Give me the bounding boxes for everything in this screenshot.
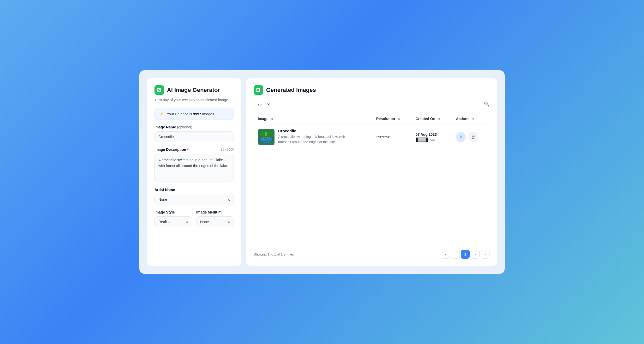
cell-image: Crocodile A crocodile swimming in a beau…	[254, 124, 372, 150]
image-medium-group: Image Medium None Oil Paint Watercolor D…	[196, 210, 234, 227]
svg-rect-4	[268, 131, 271, 137]
image-desc-label-row: Image Description * 86 / 3000	[154, 147, 234, 152]
image-name-label: Image Name (optional)	[154, 125, 192, 129]
page-prev-button[interactable]: ‹	[451, 250, 460, 259]
sort-icon-created[interactable]: ⇅	[438, 117, 440, 121]
char-count: 86 / 3000	[221, 148, 234, 151]
images-table: Image ⇅ Resolution ⇅ Created On ⇅ Acti	[254, 114, 490, 150]
artist-name-label: Artist Name	[154, 188, 234, 192]
required-star: *	[187, 147, 188, 152]
image-info: Crocodile A crocodile swimming in a beau…	[278, 129, 346, 144]
time-block: ▓▓▓▓	[416, 138, 428, 142]
image-description: A crocodile swimming in a beautiful lake…	[278, 134, 346, 144]
sort-icon-image[interactable]: ⇅	[271, 117, 273, 121]
delete-button[interactable]: 🗑	[468, 132, 478, 142]
cell-date: 07 Aug 2023 ▓▓▓▓ AM	[412, 124, 452, 150]
col-image: Image ⇅	[254, 114, 372, 124]
svg-rect-3	[260, 131, 264, 137]
per-page-select[interactable]: 25 50 100	[254, 100, 271, 108]
pagination: « ‹ 1 › »	[441, 250, 490, 259]
time-ampm: AM	[430, 138, 435, 142]
download-icon: ⬇	[459, 135, 463, 140]
image-medium-select-wrapper: None Oil Paint Watercolor Digital ∧	[196, 216, 234, 227]
page-last-button[interactable]: »	[481, 250, 490, 259]
svg-point-9	[267, 137, 268, 138]
table-row: Crocodile A crocodile swimming in a beau…	[254, 124, 490, 150]
cell-resolution: 256x256	[372, 124, 411, 150]
col-actions: Actions ⇅	[452, 114, 490, 124]
balance-box: ⚡ Your Balance is 9997 Images	[154, 108, 234, 120]
lightning-icon: ⚡	[159, 111, 164, 116]
time-row: ▓▓▓▓ AM	[416, 138, 448, 142]
right-header: 🖼 Generated Images	[254, 85, 490, 95]
image-desc-group: Image Description * 86 / 3000 A crocodil…	[154, 147, 234, 182]
panel-header: 🖼 AI Image Generator	[154, 85, 234, 95]
trash-icon: 🗑	[471, 135, 475, 139]
table-wrapper: Image ⇅ Resolution ⇅ Created On ⇅ Acti	[254, 114, 490, 240]
image-style-label: Image Style	[154, 210, 192, 214]
svg-point-7	[264, 137, 268, 139]
page-first-button[interactable]: «	[441, 250, 450, 259]
page-next-button[interactable]: ›	[471, 250, 480, 259]
main-container: 🖼 AI Image Generator Turn any of your te…	[139, 70, 505, 274]
style-medium-row: Image Style Realistic Abstract Cartoon S…	[154, 210, 234, 227]
image-name-label-row: Image Name (optional)	[154, 125, 234, 129]
image-name-input[interactable]	[154, 131, 234, 142]
app-icon: 🖼	[154, 85, 164, 95]
left-panel: 🖼 AI Image Generator Turn any of your te…	[147, 78, 241, 266]
sort-icon-actions[interactable]: ⇅	[472, 117, 474, 121]
col-created-on: Created On ⇅	[412, 114, 452, 124]
date-cell: 07 Aug 2023 ▓▓▓▓ AM	[416, 132, 448, 142]
right-panel: 🖼 Generated Images 25 50 100 🔍 Image	[246, 78, 497, 266]
image-desc-textarea[interactable]: A crocodile swimming in a beautiful lake…	[154, 154, 234, 182]
artist-name-select[interactable]: None Da Vinci Picasso Monet	[154, 194, 234, 205]
svg-rect-5	[265, 132, 267, 137]
image-desc-label: Image Description *	[154, 147, 189, 152]
image-style-group: Image Style Realistic Abstract Cartoon S…	[154, 210, 192, 227]
cell-actions: ⬇ 🗑	[452, 124, 490, 150]
optional-tag: (optional)	[177, 125, 192, 129]
actions-cell: ⬇ 🗑	[456, 132, 485, 142]
thumbnail-svg	[258, 129, 275, 145]
generated-title: Generated Images	[266, 87, 316, 93]
image-style-select-wrapper: Realistic Abstract Cartoon Sketch ∧	[154, 216, 192, 227]
app-title: AI Image Generator	[167, 87, 220, 93]
image-cell: Crocodile A crocodile swimming in a beau…	[258, 129, 368, 145]
search-button[interactable]: 🔍	[484, 101, 490, 107]
thumbnail-inner	[258, 129, 275, 145]
download-button[interactable]: ⬇	[456, 132, 466, 142]
generated-icon: 🖼	[254, 85, 263, 95]
table-controls: 25 50 100 🔍	[254, 100, 490, 108]
image-style-select[interactable]: Realistic Abstract Cartoon Sketch	[154, 216, 192, 227]
table-body: Crocodile A crocodile swimming in a beau…	[254, 124, 490, 150]
table-head: Image ⇅ Resolution ⇅ Created On ⇅ Acti	[254, 114, 490, 124]
table-footer: Showing 1 to 1 of 1 entries « ‹ 1 › »	[254, 250, 490, 259]
app-subtitle: Turn any of your text into sophisticated…	[154, 97, 234, 103]
page-1-button[interactable]: 1	[461, 250, 470, 259]
sort-icon-resolution[interactable]: ⇅	[398, 117, 400, 121]
balance-text: Your Balance is 9997 Images	[167, 112, 214, 116]
col-resolution: Resolution ⇅	[372, 114, 411, 124]
artist-name-select-wrapper: None Da Vinci Picasso Monet ∧	[154, 194, 234, 205]
image-name: Crocodile	[278, 129, 346, 133]
table-header-row: Image ⇅ Resolution ⇅ Created On ⇅ Acti	[254, 114, 490, 124]
image-medium-label: Image Medium	[196, 210, 234, 214]
artist-name-group: Artist Name None Da Vinci Picasso Monet …	[154, 188, 234, 205]
search-icon: 🔍	[484, 102, 490, 107]
svg-point-8	[265, 137, 266, 138]
image-thumbnail	[258, 129, 275, 145]
showing-text: Showing 1 to 1 of 1 entries	[254, 252, 294, 256]
date-main: 07 Aug 2023	[416, 132, 448, 137]
image-medium-select[interactable]: None Oil Paint Watercolor Digital	[196, 216, 234, 227]
image-name-group: Image Name (optional)	[154, 125, 234, 142]
